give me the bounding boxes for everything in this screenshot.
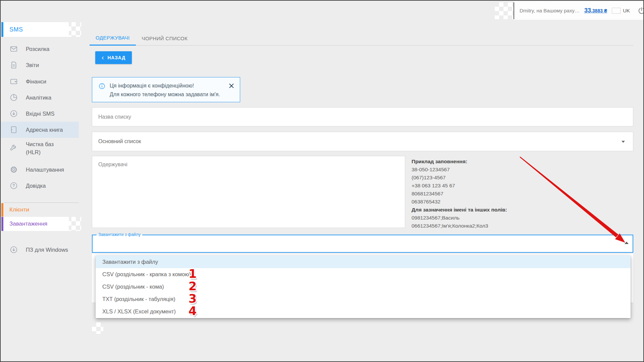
dropdown-option-csv-semicolon[interactable]: CSV (роздільник - крапка з комою) 1 [96, 268, 631, 281]
example-phone: 0638765432 [412, 198, 556, 206]
user-balance-text: Dmitry, на Вашому раху… [520, 8, 580, 13]
dropdown-option-default[interactable]: Завантажити з файлу [96, 255, 631, 268]
annotation-badge-4: 4 [189, 304, 197, 318]
example-phone: (067)123-4567 [412, 174, 556, 182]
logout-button[interactable] [637, 6, 644, 15]
annotation-badge-1: 1 [189, 267, 197, 281]
chevron-up-icon [625, 242, 629, 244]
example-heading2: Для зазначення імені та інших полів: [412, 206, 556, 214]
power-icon [637, 6, 644, 15]
upload-from-file-select[interactable] [92, 235, 633, 253]
tab-chornyi-spysok[interactable]: ЧОРНИЙ СПИСОК [136, 31, 194, 46]
chevron-down-icon [622, 141, 625, 143]
report-icon [9, 61, 18, 69]
gear-icon [9, 165, 18, 174]
example-phone: 80681234567 [412, 190, 556, 198]
sidebar-section-kliienty[interactable]: Клієнти [1, 203, 79, 217]
info-line1: Ця інформація є конфіденційною! [110, 81, 228, 90]
sidebar-item-zvity[interactable]: Звіти [1, 57, 79, 73]
list-type-select[interactable]: Основний список [92, 132, 633, 151]
ukraine-flag-icon [612, 8, 621, 14]
list-type-value: Основний список [98, 138, 141, 144]
dropdown-option-csv-comma[interactable]: CSV (роздільник - кома) 2 [96, 281, 631, 293]
annotation-badge-2: 2 [189, 280, 197, 293]
downloads-accent-bar [1, 217, 3, 231]
annotation-badge-3: 3 [189, 292, 197, 305]
pixel-decor-bottom [92, 322, 103, 334]
book-icon [9, 125, 18, 134]
fill-example-block: Приклад заповнення: 38-050-1234567 (067)… [412, 158, 556, 230]
example-phone: 38-050-1234567 [412, 166, 556, 174]
upload-dropdown-menu: Завантажити з файлу CSV (роздільник - кр… [96, 255, 631, 318]
download-icon [9, 245, 18, 254]
sidebar-divider [4, 202, 79, 203]
sidebar-item-pz-windows[interactable]: ПЗ для Windows [1, 239, 79, 260]
sidebar-item-analityka[interactable]: Аналітика [1, 89, 79, 106]
clients-accent-bar [1, 203, 3, 217]
sidebar-item-chystka-baz[interactable]: Чистка баз (HLR) [1, 138, 79, 159]
sidebar-item-vhidni-sms[interactable]: Вхідні SMS [1, 106, 79, 122]
info-line2: Для кожного телефону можна задавати ім'я… [110, 90, 228, 99]
dropdown-option-txt-tab[interactable]: TXT (роздільник - табуляція) 3 [96, 293, 631, 305]
example-heading: Приклад заповнення: [412, 158, 556, 166]
example-phone: +38 063 123 45 67 [412, 182, 556, 190]
brand-accent-bar [1, 22, 3, 37]
inbox-icon [9, 109, 18, 118]
sidebar-item-finansy[interactable]: Фінанси [1, 73, 79, 89]
svg-text:?: ? [12, 183, 15, 188]
pixel-decor-brand [67, 22, 81, 37]
example-named: 0661234567;Ім'я;Колонка2;Кол3 [412, 222, 556, 230]
dropdown-option-xls[interactable]: XLS / XLSX (Excel документ) 4 [96, 305, 631, 318]
tab-oderzhuvachi[interactable]: ОДЕРЖУВАЧІ [90, 31, 136, 46]
wallet-icon [9, 77, 18, 86]
sidebar-item-rozsylka[interactable]: Розсилка [1, 41, 79, 57]
sidebar-item-nalashtuvannia[interactable]: Налаштування [1, 162, 79, 178]
recipients-textarea[interactable] [92, 156, 405, 228]
sidebar-section-zavantazhennia[interactable]: Завантаження [1, 217, 69, 231]
pixel-decor-topbar [495, 2, 514, 19]
pixel-decor-downloads [67, 217, 81, 231]
sidebar-brand-sms[interactable]: SMS [1, 22, 69, 37]
example-named: 0981234567;Василь [412, 214, 556, 222]
balance-link[interactable]: 33,3883 ₴ [584, 7, 607, 14]
wrench-icon [9, 144, 18, 153]
pie-icon [9, 93, 18, 102]
upload-select-label: Завантажити з файлу [97, 232, 142, 237]
back-button[interactable]: ‹ НАЗАД [95, 51, 132, 64]
language-label: UK [623, 8, 630, 13]
topbar-user-area: Dmitry, на Вашому раху… 33,3883 ₴ UK [514, 1, 644, 20]
language-switcher[interactable]: UK [612, 8, 630, 14]
sidebar-item-dovidka[interactable]: ? Довідка [1, 178, 79, 194]
list-name-input[interactable] [92, 107, 633, 126]
chevron-left-icon: ‹ [102, 54, 104, 61]
info-alert: Ця інформація є конфіденційною! Для кожн… [92, 77, 240, 102]
tab-bar: ОДЕРЖУВАЧІ ЧОРНИЙ СПИСОК [90, 31, 633, 46]
mail-icon [9, 45, 18, 53]
app-window: Dmitry, на Вашому раху… 33,3883 ₴ UK SMS… [0, 0, 644, 362]
close-icon[interactable] [228, 82, 235, 89]
info-icon [98, 82, 106, 90]
help-icon: ? [9, 181, 18, 190]
sidebar-item-adresna-knyha[interactable]: Адресна книга [1, 122, 79, 138]
